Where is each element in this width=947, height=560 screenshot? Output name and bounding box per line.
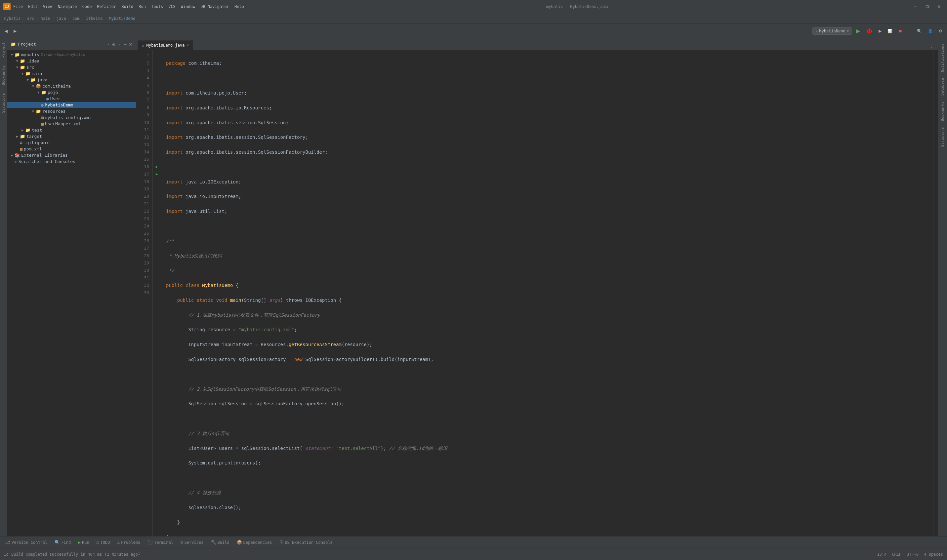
- breadcrumb-itheima[interactable]: itheima: [86, 16, 103, 21]
- tab-build[interactable]: 🔨 Build: [208, 538, 233, 547]
- coverage-button[interactable]: ▶: [876, 28, 884, 35]
- menu-edit[interactable]: Edit: [28, 4, 38, 9]
- tab-services[interactable]: ⚙ Services: [177, 538, 207, 547]
- tab-close-button[interactable]: ✕: [186, 43, 189, 47]
- tab-label: Terminal: [154, 540, 173, 545]
- debug-button[interactable]: 🐞: [864, 26, 875, 35]
- sidebar-label-project[interactable]: Project: [0, 38, 7, 62]
- search-button[interactable]: 🔍: [915, 28, 924, 35]
- tab-label: Build: [217, 540, 229, 545]
- breadcrumb-main[interactable]: main: [41, 16, 50, 21]
- tab-label: Services: [185, 540, 204, 545]
- line-ending[interactable]: CRLF: [892, 552, 901, 557]
- tab-dependencies[interactable]: 📦 Dependencies: [233, 538, 276, 547]
- line-numbers: 1 2 3 4 5 6 7 8 9 10 11 12 13 14 15 16 1…: [136, 50, 153, 536]
- indent-setting[interactable]: 4 spaces: [924, 552, 943, 557]
- user-button[interactable]: 👤: [926, 28, 935, 35]
- folder-icon: 📁: [20, 134, 25, 139]
- menu-help[interactable]: Help: [234, 4, 244, 9]
- menu-code[interactable]: Code: [82, 4, 92, 9]
- line-number: 10: [136, 119, 149, 126]
- menu-bar[interactable]: File Edit View Navigate Code Refactor Bu…: [13, 4, 244, 9]
- tab-problems[interactable]: ⚠ Problems: [114, 538, 144, 547]
- tree-item-pom[interactable]: ▤ pom.xml: [7, 146, 136, 152]
- tree-item-mybatis[interactable]: ▼ 📁 mybatis D:\WorkSpace\mybatis: [7, 52, 136, 58]
- menu-db-navigator[interactable]: DB Navigator: [200, 4, 229, 9]
- settings-button[interactable]: ⚙: [937, 28, 944, 35]
- sidebar-notifications[interactable]: Notifications: [939, 41, 946, 75]
- tree-item-external-libs[interactable]: ▶ 📚 External Libraries: [7, 152, 136, 158]
- tab-todo[interactable]: ☑ TODO: [93, 538, 113, 547]
- menu-tools[interactable]: Tools: [151, 4, 163, 9]
- panel-hide-btn[interactable]: ✕: [129, 42, 132, 47]
- sidebar-label-structure[interactable]: Structure: [0, 89, 7, 117]
- menu-vcs[interactable]: VCS: [168, 4, 176, 9]
- sidebar-bookmarks[interactable]: Bookmarks: [939, 99, 946, 124]
- code-line: sqlSession.close();: [166, 504, 933, 511]
- code-line: // 1.加载mybatis核心配置文件，获取SqlSessionFactory: [166, 311, 933, 318]
- scratches-icon: ✏: [15, 159, 17, 164]
- menu-run[interactable]: Run: [139, 4, 146, 9]
- line-number: 21: [136, 200, 149, 208]
- menu-refactor[interactable]: Refactor: [97, 4, 116, 9]
- breadcrumb-current[interactable]: MybatisDemo: [109, 16, 135, 21]
- tree-item-scratches[interactable]: ✏ Scratches and Consoles: [7, 158, 136, 165]
- tree-item-idea[interactable]: ▼ 📁 .idea: [7, 58, 136, 64]
- editor-scrollbar[interactable]: [933, 50, 938, 536]
- tree-item-pojo[interactable]: ▼ 📁 pojo: [7, 89, 136, 95]
- sidebar-database[interactable]: Database: [939, 75, 946, 98]
- tree-item-target[interactable]: ▶ 📁 target: [7, 133, 136, 140]
- tab-more-button[interactable]: ⋮: [929, 45, 934, 50]
- tree-item-src[interactable]: ▼ 📁 src: [7, 64, 136, 71]
- menu-file[interactable]: File: [13, 4, 23, 9]
- tab-find[interactable]: 🔍 Find: [51, 538, 74, 547]
- tree-item-resources[interactable]: ▼ 📁 resources: [7, 108, 136, 114]
- breadcrumb-java[interactable]: java: [57, 16, 66, 21]
- tab-mybatisdemo[interactable]: ☕ MybatisDemo.java ✕: [137, 40, 193, 50]
- run-config-dropdown[interactable]: ▾: [847, 29, 849, 33]
- toolbar-back[interactable]: ◀: [3, 28, 9, 35]
- code-line: import org.apache.ibatis.session.SqlSess…: [166, 148, 933, 156]
- encoding[interactable]: UTF-8: [907, 552, 919, 557]
- tab-label: Version Control: [12, 540, 47, 545]
- run-gutter-17[interactable]: ▶: [153, 171, 160, 178]
- tab-terminal[interactable]: ⬛ Terminal: [144, 538, 177, 547]
- toolbar-forward[interactable]: ▶: [12, 28, 18, 35]
- panel-collapse-btn[interactable]: ⊞: [111, 42, 115, 47]
- tree-item-com-itheima[interactable]: ▼ 📦 com.itheima: [7, 83, 136, 89]
- run-gutter-16[interactable]: ▶: [153, 163, 160, 171]
- cursor-position[interactable]: 13:4: [877, 552, 887, 557]
- tree-item-gitignore[interactable]: ⚙ .gitignore: [7, 140, 136, 146]
- tree-item-java[interactable]: ▼ 📁 java: [7, 77, 136, 83]
- tab-db-execution[interactable]: 🗄 DB Execution Console: [276, 538, 336, 547]
- tree-item-mybatisdemo[interactable]: ● MybatisDemo: [7, 102, 136, 108]
- tree-item-usermapper[interactable]: ▤ UserMapper.xml: [7, 121, 136, 127]
- tree-item-user[interactable]: ● User: [7, 95, 136, 102]
- tree-item-main[interactable]: ▼ 📁 main: [7, 71, 136, 77]
- close-button[interactable]: ✕: [935, 3, 944, 10]
- run-button[interactable]: ▶: [854, 26, 862, 35]
- menu-view[interactable]: View: [43, 4, 52, 9]
- menu-navigate[interactable]: Navigate: [58, 4, 77, 9]
- breadcrumb-com[interactable]: com: [72, 16, 80, 21]
- title-bar: IJ File Edit View Navigate Code Refactor…: [0, 0, 947, 13]
- sidebar-label-bookmarks[interactable]: Bookmarks: [0, 62, 7, 89]
- tree-item-mybatis-config[interactable]: ▤ mybatis-config.xml: [7, 114, 136, 121]
- breadcrumb-src[interactable]: src: [27, 16, 34, 21]
- minimize-button[interactable]: ─: [911, 3, 920, 10]
- menu-build[interactable]: Build: [122, 4, 133, 9]
- panel-close-btn[interactable]: −: [124, 42, 127, 47]
- code-editor[interactable]: 1 2 3 4 5 6 7 8 9 10 11 12 13 14 15 16 1…: [136, 50, 938, 536]
- project-dropdown-arrow[interactable]: ▾: [107, 42, 109, 46]
- sidebar-structure[interactable]: Structure: [939, 125, 946, 150]
- breadcrumb-mybatis[interactable]: mybatis: [4, 16, 21, 21]
- code-content[interactable]: package com.itheima; import com.itheima.…: [161, 50, 933, 536]
- stop-button[interactable]: ⏹: [896, 28, 904, 35]
- profile-button[interactable]: 📊: [885, 28, 895, 35]
- panel-settings-btn[interactable]: ⋮: [117, 42, 122, 47]
- tree-item-test[interactable]: ▶ 📁 test: [7, 127, 136, 133]
- run-config-selector[interactable]: ☕ MybatisDemo ▾: [812, 28, 852, 35]
- tab-run[interactable]: ▶ Run: [75, 538, 92, 547]
- tab-version-control[interactable]: ⎇ Version Control: [2, 538, 51, 547]
- menu-window[interactable]: Window: [181, 4, 195, 9]
